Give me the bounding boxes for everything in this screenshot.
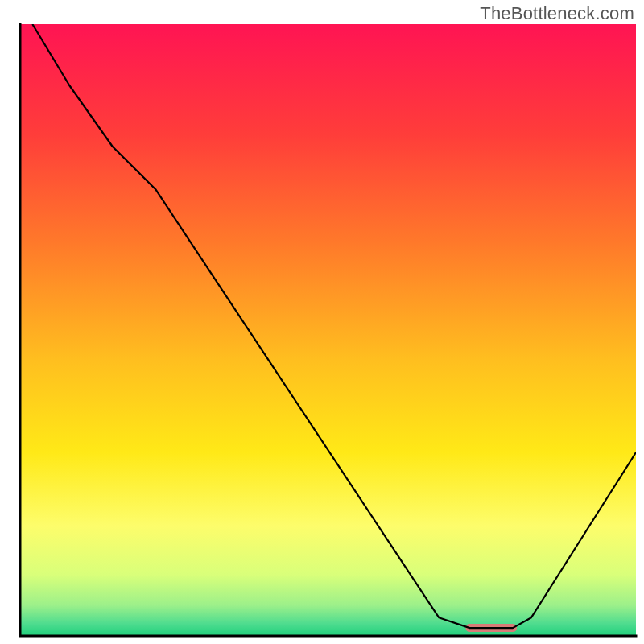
watermark-text: TheBottleneck.com	[480, 3, 634, 24]
plot-svg	[0, 0, 644, 644]
gradient-background	[20, 24, 636, 636]
chart-container: TheBottleneck.com	[0, 0, 644, 644]
